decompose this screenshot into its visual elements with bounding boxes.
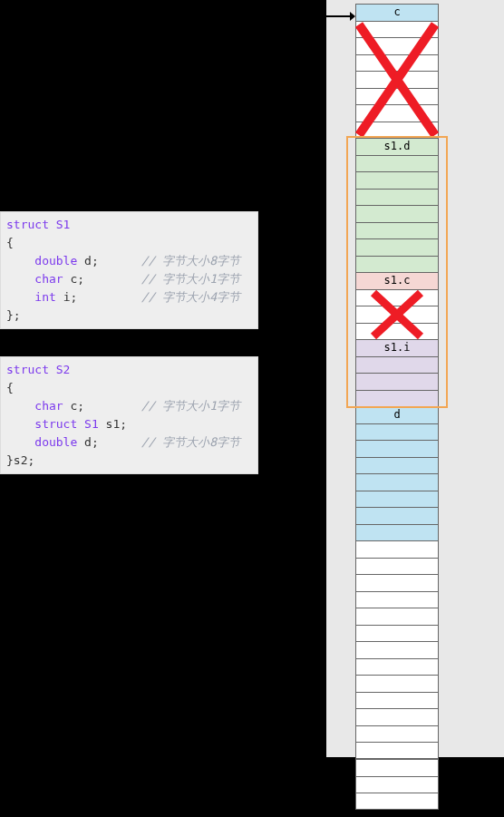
byte-padding [355, 54, 439, 72]
keyword-struct: struct S2 [6, 363, 70, 376]
byte-unused [355, 708, 439, 725]
byte-unused [355, 608, 439, 625]
type-char: char [34, 399, 63, 413]
pointer-arrow-icon [326, 9, 355, 24]
byte-padding [355, 104, 439, 122]
type-int: int [34, 290, 55, 304]
byte-s1-d [355, 189, 439, 206]
byte-overflow [355, 776, 439, 793]
byte-padding [355, 37, 439, 54]
byte-unused [355, 692, 439, 709]
comment: // 字节大小4字节 [141, 290, 240, 304]
byte-unused [355, 574, 439, 591]
byte-unused [355, 641, 439, 658]
byte-overflow [355, 793, 439, 810]
byte-s1-d: s1.d [355, 138, 439, 155]
byte-s1-c: s1.c [355, 272, 439, 289]
type-double: double [34, 435, 77, 449]
member-i: i; [63, 290, 78, 304]
byte-padding [355, 88, 439, 105]
member-c: c; [70, 272, 84, 286]
byte-s1-d [355, 155, 439, 172]
byte-s1-d [355, 171, 439, 189]
byte-c: c [355, 4, 439, 21]
comment: // 字节大小8字节 [141, 254, 240, 267]
type-double: double [34, 254, 77, 267]
byte-overflow [355, 759, 439, 776]
code-block-s1: struct S1 { double d; // 字节大小8字节 char c;… [0, 211, 258, 329]
byte-padding [355, 21, 439, 38]
byte-unused [355, 675, 439, 692]
byte-unused [355, 625, 439, 642]
brace-open: { [6, 381, 14, 394]
byte-s1-i [355, 373, 439, 390]
byte-unused [355, 658, 439, 676]
byte-padding [355, 71, 439, 88]
byte-unused [355, 558, 439, 575]
type-struct-s1: struct S1 [34, 417, 98, 431]
code-block-s2: struct S2 { char c; // 字节大小1字节 struct S1… [0, 356, 258, 474]
byte-d [355, 524, 439, 541]
byte-unused [355, 540, 439, 558]
byte-d [355, 440, 439, 457]
byte-s1-i [355, 356, 439, 374]
byte-d [355, 507, 439, 524]
member-s1: s1; [106, 417, 127, 431]
brace-close: }s2; [6, 453, 34, 467]
byte-padding [355, 323, 439, 340]
byte-s1-i: s1.i [355, 339, 439, 356]
byte-s1-d [355, 205, 439, 222]
byte-d [355, 491, 439, 508]
byte-s1-d [355, 222, 439, 239]
comment: // 字节大小1字节 [141, 399, 240, 413]
byte-padding [355, 306, 439, 323]
byte-d [355, 423, 439, 441]
byte-unused [355, 591, 439, 608]
byte-unused [355, 725, 439, 743]
keyword-struct: struct S1 [6, 218, 70, 231]
overflow-cells [355, 759, 439, 810]
byte-s1-d [355, 256, 439, 273]
byte-d [355, 457, 439, 474]
member-d: d; [84, 435, 99, 449]
byte-s1-i [355, 390, 439, 407]
comment: // 字节大小1字节 [141, 272, 240, 286]
brace-open: { [6, 236, 14, 249]
byte-padding [355, 289, 439, 306]
byte-d [355, 473, 439, 491]
brace-close: }; [6, 308, 21, 322]
comment: // 字节大小8字节 [141, 435, 240, 449]
member-c: c; [70, 399, 84, 413]
byte-unused [355, 742, 439, 759]
byte-padding [355, 122, 439, 139]
byte-s1-d [355, 238, 439, 256]
type-char: char [34, 272, 63, 286]
member-d: d; [84, 254, 99, 267]
memory-column: c s1.d s1.c s1.i d [355, 4, 439, 759]
byte-d: d [355, 406, 439, 423]
